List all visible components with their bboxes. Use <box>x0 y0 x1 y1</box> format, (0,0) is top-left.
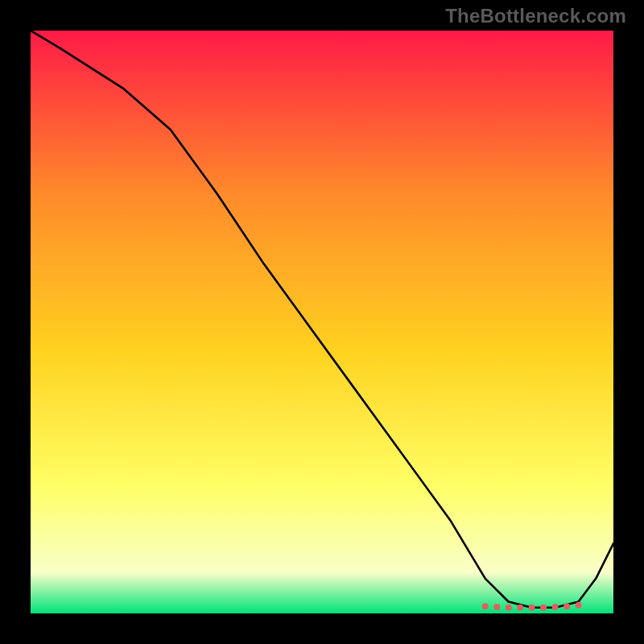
watermark-text: TheBottleneck.com <box>445 5 626 27</box>
plot-area <box>31 31 613 613</box>
marker-dot <box>517 605 523 611</box>
marker-dot <box>506 605 512 611</box>
marker-dot <box>540 605 547 611</box>
marker-dot <box>576 602 582 609</box>
gradient-background <box>31 31 613 613</box>
marker-dot <box>564 603 570 609</box>
marker-dot <box>482 603 489 609</box>
plot-svg <box>31 31 613 613</box>
marker-dot <box>552 604 559 610</box>
marker-dot <box>529 605 535 611</box>
chart-frame: TheBottleneck.com <box>0 0 644 644</box>
marker-dot <box>493 604 500 610</box>
